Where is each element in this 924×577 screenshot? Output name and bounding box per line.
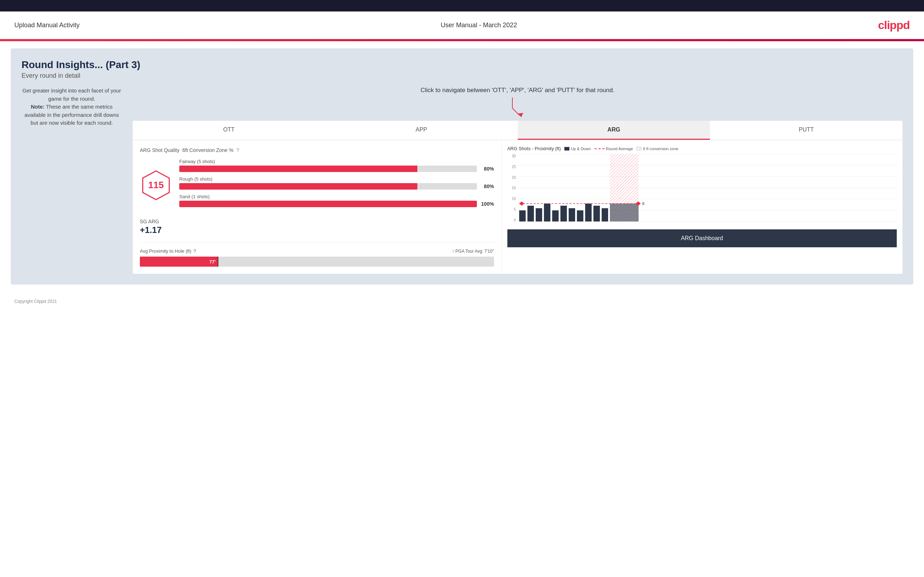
sg-section: SG ARG +1.17 — [140, 219, 494, 235]
conversion-label: 6ft Conversion Zone % — [183, 147, 233, 153]
proximity-text: Avg Proximity to Hole (ft) — [140, 248, 191, 254]
shot-quality-label: ARG Shot Quality — [140, 147, 179, 153]
left-note: Get greater insight into each facet of y… — [21, 87, 122, 127]
legend-round-avg: Round Average — [594, 147, 633, 151]
legend-round-avg-label: Round Average — [606, 147, 633, 151]
card: OTT APP ARG PUTT ARG Shot Quality 6ft Co… — [132, 121, 903, 274]
bar-1 — [519, 210, 526, 221]
tab-app[interactable]: APP — [325, 121, 518, 140]
bar-8 — [577, 210, 583, 221]
fairway-bar: 80% — [179, 166, 494, 172]
hexagon-container: 115 Fairway (5 shots) 80% — [140, 159, 494, 211]
y-label-20: 20 — [512, 176, 516, 180]
sand-bar-bg — [179, 201, 477, 207]
legend-conversion: 6 ft conversion zone — [636, 147, 678, 151]
tab-arg[interactable]: ARG — [518, 121, 710, 140]
y-label-30: 30 — [512, 154, 516, 158]
left-section: ARG Shot Quality 6ft Conversion Zone % ?… — [132, 140, 502, 274]
bar-3 — [536, 208, 542, 221]
copyright-text: Copyright Clippd 2021 — [15, 299, 57, 304]
shot-bars: Fairway (5 shots) 80% Rou — [179, 159, 494, 211]
y-label-10: 10 — [512, 197, 516, 201]
footer: Copyright Clippd 2021 — [0, 292, 924, 311]
proximity-section: Avg Proximity to Hole (ft) ? ↑ PGA Tour … — [140, 242, 494, 267]
help-icon[interactable]: ? — [236, 147, 239, 153]
shot-row-rough: Rough (5 shots) 80% — [179, 176, 494, 190]
annotation-area: Click to navigate between 'OTT', 'APP', … — [132, 87, 903, 117]
page-title: Round Insights... (Part 3) — [21, 59, 903, 71]
tab-putt[interactable]: PUTT — [710, 121, 903, 140]
shot-row-sand: Sand (1 shots) 100% — [179, 194, 494, 207]
bar-2 — [527, 206, 534, 221]
bar-in-zone — [610, 203, 638, 221]
svg-marker-2 — [518, 113, 523, 117]
proximity-cursor — [218, 256, 218, 267]
note-main-text: Get greater insight into each facet of y… — [22, 87, 121, 102]
arg-dashboard-button[interactable]: ARG Dashboard — [507, 229, 897, 247]
tabs: OTT APP ARG PUTT — [132, 121, 903, 140]
fairway-label: Fairway (5 shots) — [179, 159, 494, 164]
fairway-pct: 80% — [480, 166, 494, 172]
sand-bar-fill — [179, 201, 477, 207]
score-value: 115 — [148, 180, 163, 191]
shot-row-fairway: Fairway (5 shots) 80% — [179, 159, 494, 172]
proximity-value: 77' — [209, 259, 216, 264]
card-body: ARG Shot Quality 6ft Conversion Zone % ?… — [132, 140, 903, 274]
arrow-down — [132, 96, 903, 117]
round-avg-value: 8 — [642, 201, 645, 206]
chart-container: 30 25 20 15 10 5 0 — [507, 154, 897, 229]
legend-updown-box — [564, 147, 569, 150]
red-accent-bar — [0, 39, 924, 41]
bar-5 — [552, 210, 559, 221]
rough-pct: 80% — [480, 184, 494, 189]
sand-pct: 100% — [480, 201, 494, 207]
top-bar — [0, 0, 924, 11]
legend-updown-label: Up & Down — [571, 147, 591, 151]
arrow-icon — [507, 96, 528, 117]
tab-ott[interactable]: OTT — [132, 121, 325, 140]
y-label-5: 5 — [514, 208, 516, 211]
sg-label: SG ARG — [140, 219, 494, 224]
right-section: ARG Shots - Proximity (ft) Up & Down Rou… — [502, 140, 903, 274]
main-content: Round Insights... (Part 3) Every round i… — [11, 48, 913, 285]
fairway-bar-bg — [179, 166, 477, 172]
legend-updown: Up & Down — [564, 147, 591, 151]
bar-11 — [602, 208, 608, 221]
proximity-bar: 77' — [140, 256, 494, 267]
header: Upload Manual Activity User Manual - Mar… — [0, 11, 924, 39]
right-panel: Click to navigate between 'OTT', 'APP', … — [132, 87, 903, 274]
bar-10 — [593, 206, 600, 221]
score-hexagon: 115 — [140, 169, 172, 201]
round-avg-marker-left — [519, 201, 524, 206]
note-label: Note: — [31, 103, 44, 110]
pga-label: ↑ PGA Tour Avg: 7'10" — [452, 249, 494, 254]
chart-title: ARG Shots - Proximity (ft) — [507, 146, 561, 151]
rough-label: Rough (5 shots) — [179, 176, 494, 182]
y-axis: 30 25 20 15 10 5 0 — [507, 154, 517, 222]
proximity-bar-fill: 77' — [140, 256, 218, 267]
y-label-15: 15 — [512, 186, 516, 190]
proximity-help-icon[interactable]: ? — [194, 248, 196, 254]
bar-6 — [561, 206, 567, 221]
left-panel: Get greater insight into each facet of y… — [21, 87, 122, 274]
logo: clippd — [878, 19, 909, 32]
chart-svg: 8 — [517, 154, 897, 222]
chart-title-row: ARG Shots - Proximity (ft) Up & Down Rou… — [507, 146, 897, 151]
rough-bar: 80% — [179, 183, 494, 190]
fairway-bar-fill — [179, 166, 417, 172]
rough-bar-bg — [179, 183, 477, 190]
legend-dash — [594, 148, 604, 149]
sand-label: Sand (1 shots) — [179, 194, 494, 199]
bar-7 — [569, 208, 575, 221]
sand-bar: 100% — [179, 201, 494, 207]
upload-activity-link[interactable]: Upload Manual Activity — [15, 21, 79, 29]
page-subtitle: Every round in detail — [21, 72, 903, 79]
y-label-0: 0 — [514, 218, 516, 222]
section-header: ARG Shot Quality 6ft Conversion Zone % ? — [140, 147, 494, 153]
annotation-text: Click to navigate between 'OTT', 'APP', … — [132, 87, 903, 94]
y-label-25: 25 — [512, 165, 516, 169]
sg-value: +1.17 — [140, 225, 494, 235]
rough-bar-fill — [179, 183, 417, 190]
proximity-header: Avg Proximity to Hole (ft) ? ↑ PGA Tour … — [140, 248, 494, 254]
legend-conversion-box — [636, 147, 641, 150]
